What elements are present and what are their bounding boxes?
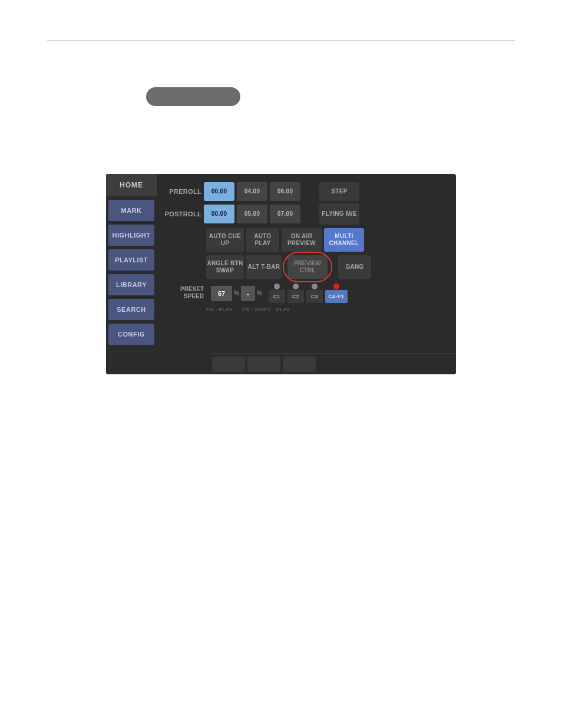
spacer-btn-2 (247, 357, 280, 372)
step-button[interactable]: STEP (319, 182, 359, 201)
preset-speed-row: PRESET SPEED % % C1 (161, 284, 451, 303)
fn-shift-play-label: FN - SHIFT - PLAY (242, 307, 290, 312)
auto-row: AUTO CUE UP AUTO PLAY ON AIR PREVIEW MUL… (161, 228, 451, 252)
preroll-btn-0[interactable]: 00.00 (204, 182, 234, 201)
channel-c3: C3 (306, 284, 323, 303)
postroll-label: POSTROLL (161, 210, 201, 218)
fn-labels-row: FN - PLAY FN - SHIFT - PLAY (206, 307, 451, 312)
channel-c4p1-dot (333, 284, 339, 289)
channel-c1-button[interactable]: C1 (269, 290, 285, 303)
alt-tbar-button[interactable]: ALT T-BAR (246, 255, 282, 279)
postroll-btn-2[interactable]: 07.00 (270, 205, 300, 223)
postroll-row: POSTROLL 00.00 05.00 07.00 FLYING M/E (161, 203, 451, 225)
gang-button[interactable]: GANG (338, 255, 371, 279)
channel-c3-button[interactable]: C3 (306, 290, 323, 303)
preset-speed-input[interactable] (211, 286, 232, 301)
main-panel: HOME MARK HIGHLIGHT PLAYLIST LIBRARY SEA… (106, 174, 456, 374)
preroll-label: PREROLL (161, 188, 201, 195)
channel-c2-button[interactable]: C2 (287, 290, 304, 303)
pct-label-1: % (234, 290, 239, 297)
pct-label-2: % (257, 290, 262, 297)
preset-dash-input[interactable] (241, 286, 255, 301)
spacer-btn-1 (212, 357, 245, 372)
spacer-btn-3 (283, 357, 316, 372)
sidebar-item-highlight[interactable]: HIGHLIGHT (108, 225, 154, 246)
content-area: PREROLL 00.00 04.00 06.00 STEP POSTROLL … (157, 174, 456, 374)
sidebar-item-search[interactable]: SEARCH (108, 299, 154, 320)
preroll-row: PREROLL 00.00 04.00 06.00 STEP (161, 182, 451, 201)
channel-c4p1: C4-P1 (325, 284, 348, 303)
preroll-btn-1[interactable]: 04.00 (237, 182, 267, 201)
channel-c2: C2 (287, 284, 304, 303)
preview-row: ANGLE BTN SWAP ALT T-BAR PREVIEW CTRL GA… (161, 255, 451, 279)
on-air-preview-button[interactable]: ON AIR PREVIEW (282, 228, 322, 252)
channel-c4p1-button[interactable]: C4-P1 (325, 290, 348, 303)
fn-play-label: FN - PLAY (206, 307, 233, 312)
sidebar-item-library[interactable]: LIBRARY (108, 274, 154, 295)
auto-play-button[interactable]: AUTO PLAY (246, 228, 279, 252)
channel-c1-dot (274, 284, 280, 289)
bottom-bar: BACK (212, 353, 456, 374)
preview-ctrl-button[interactable]: PREVIEW CTRL (287, 255, 328, 279)
preset-speed-label: PRESET SPEED (161, 284, 204, 300)
sidebar-item-mark[interactable]: MARK (108, 200, 154, 221)
channel-c3-dot (312, 284, 318, 289)
multi-channel-button[interactable]: MULTI CHANNEL (324, 228, 364, 252)
auto-cue-up-button[interactable]: AUTO CUE UP (206, 228, 244, 252)
sidebar-item-playlist[interactable]: PLAYLIST (108, 249, 154, 271)
channel-c2-dot (293, 284, 299, 289)
sidebar-item-config[interactable]: CONFIG (108, 324, 154, 345)
postroll-btn-1[interactable]: 05.00 (237, 205, 267, 223)
preroll-btn-2[interactable]: 06.00 (270, 182, 300, 201)
channel-c1: C1 (269, 284, 285, 303)
top-divider (47, 40, 515, 41)
flying-me-button[interactable]: FLYING M/E (319, 203, 359, 225)
pill-button[interactable] (146, 87, 240, 106)
angle-btn-swap-button[interactable]: ANGLE BTN SWAP (206, 255, 244, 279)
sidebar: HOME MARK HIGHLIGHT PLAYLIST LIBRARY SEA… (106, 174, 157, 374)
postroll-btn-0[interactable]: 00.00 (204, 205, 234, 223)
sidebar-home[interactable]: HOME (106, 174, 157, 196)
channel-indicators: C1 C2 C3 C4-P1 (269, 284, 348, 303)
